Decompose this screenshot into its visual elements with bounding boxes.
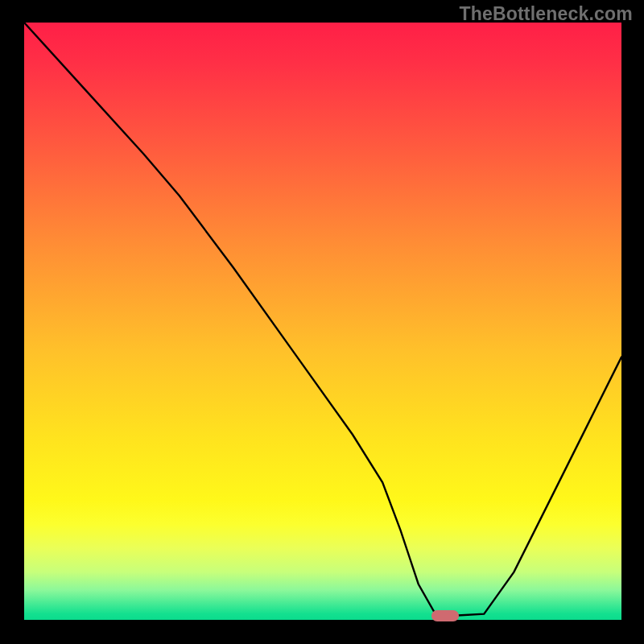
bottleneck-curve — [24, 23, 621, 620]
optimal-marker — [431, 610, 459, 621]
chart-frame: TheBottleneck.com — [0, 0, 644, 644]
watermark-text: TheBottleneck.com — [459, 3, 633, 25]
plot-area — [24, 23, 621, 620]
